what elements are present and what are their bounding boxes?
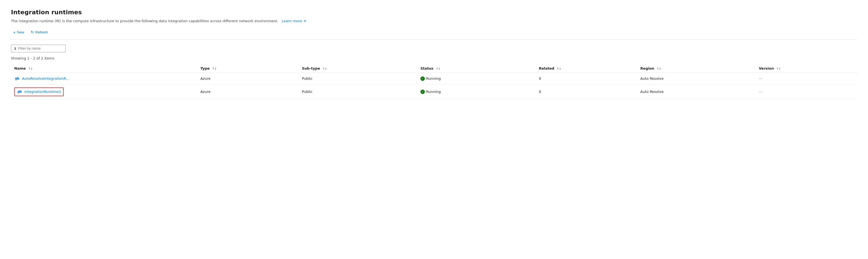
svg-point-3: [18, 92, 19, 93]
cell-name: AutoResolveIntegrationR...: [11, 73, 197, 85]
col-header-region[interactable]: Region ↑↓: [637, 64, 755, 73]
table-header-row: Name ↑↓ Type ↑↓ Sub-type ↑↓ Status ↑↓ Re…: [11, 64, 857, 73]
status-check-icon: ✓: [421, 90, 425, 94]
toolbar: + New ↻ Refresh: [11, 29, 857, 40]
sort-type-icon: ↑↓: [212, 67, 217, 70]
page-description: The integration runtime (IR) is the comp…: [11, 19, 857, 24]
col-header-name[interactable]: Name ↑↓: [11, 64, 197, 73]
cell-subtype: Public: [299, 85, 417, 99]
sort-name-icon: ↑↓: [28, 67, 33, 70]
refresh-icon: ↻: [31, 30, 34, 34]
cell-subtype: Public: [299, 73, 417, 85]
col-header-status[interactable]: Status ↑↓: [417, 64, 536, 73]
col-header-related[interactable]: Related ↑↓: [536, 64, 637, 73]
col-header-version[interactable]: Version ↑↓: [755, 64, 857, 73]
status-label: Running: [426, 76, 441, 80]
plus-icon: +: [13, 30, 16, 35]
new-button[interactable]: + New: [11, 29, 26, 36]
runtime-name-link[interactable]: integrationRuntime1: [24, 90, 61, 94]
table-row: AutoResolveIntegrationR... AzurePublic ✓…: [11, 73, 857, 85]
cell-type: Azure: [197, 85, 299, 99]
runtime-name-link[interactable]: AutoResolveIntegrationR...: [14, 76, 194, 82]
status-running: ✓ Running: [421, 76, 532, 81]
col-header-subtype[interactable]: Sub-type ↑↓: [299, 64, 417, 73]
sort-version-icon: ↑↓: [776, 67, 781, 70]
col-header-type[interactable]: Type ↑↓: [197, 64, 299, 73]
cell-status: ✓ Running: [417, 85, 536, 99]
refresh-button[interactable]: ↻ Refresh: [29, 29, 50, 35]
sort-status-icon: ↑↓: [436, 67, 440, 70]
cell-region: Auto Resolve: [637, 85, 755, 99]
cell-type: Azure: [197, 73, 299, 85]
page-title: Integration runtimes: [11, 9, 857, 15]
runtimes-table: Name ↑↓ Type ↑↓ Sub-type ↑↓ Status ↑↓ Re…: [11, 64, 857, 99]
cell-related: 0: [536, 73, 637, 85]
cell-related: 0: [536, 85, 637, 99]
selected-name-cell: integrationRuntime1: [14, 88, 64, 96]
learn-more-link[interactable]: Learn more ⧉: [281, 19, 306, 23]
filter-input[interactable]: [18, 46, 63, 51]
filter-icon: ⧗: [14, 46, 17, 51]
sort-related-icon: ↑↓: [557, 67, 561, 70]
status-label: Running: [426, 90, 441, 94]
table-row: integrationRuntime1 AzurePublic ✓ Runnin…: [11, 85, 857, 99]
cell-status: ✓ Running: [417, 73, 536, 85]
filter-box[interactable]: ⧗: [11, 45, 66, 52]
sort-region-icon: ↑↓: [656, 67, 661, 70]
showing-count: Showing 1 - 2 of 2 items: [11, 56, 857, 60]
cell-version: ---: [755, 85, 857, 99]
azure-runtime-icon: [14, 76, 20, 82]
cell-name: integrationRuntime1: [11, 85, 197, 99]
azure-runtime-icon: [17, 89, 23, 95]
external-link-icon: ⧉: [304, 19, 306, 23]
sort-subtype-icon: ↑↓: [322, 67, 327, 70]
cell-version: ---: [755, 73, 857, 85]
status-check-icon: ✓: [421, 76, 425, 81]
svg-point-1: [16, 79, 16, 80]
cell-region: Auto Resolve: [637, 73, 755, 85]
status-running: ✓ Running: [421, 90, 532, 94]
